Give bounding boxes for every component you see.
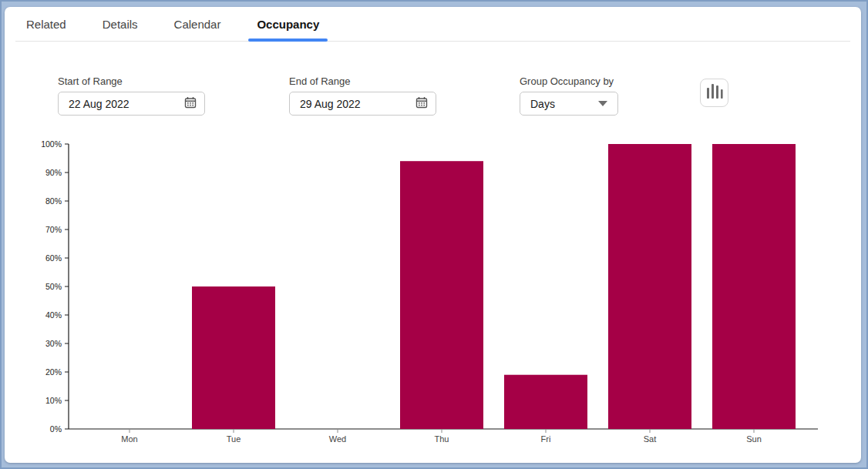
y-tick-label: 90% (45, 168, 62, 177)
y-tick-label: 70% (45, 225, 62, 234)
y-tick-label: 60% (45, 253, 62, 263)
occupancy-bar-thu[interactable] (400, 161, 483, 429)
x-tick-label: Sun (746, 434, 762, 444)
occupancy-page: { "tabs": [ { "label": "Related", "activ… (0, 0, 868, 469)
occupancy-panel: Related Details Calendar Occupancy Start… (5, 7, 861, 463)
y-tick-label: 100% (41, 139, 62, 149)
occupancy-bar-tue[interactable] (192, 286, 275, 429)
occupancy-chart: 0%10%20%30%40%50%60%70%80%90%100%MonTueW… (5, 7, 861, 463)
x-tick-label: Mon (121, 434, 137, 444)
y-tick-label: 10% (45, 396, 62, 405)
occupancy-bar-sat[interactable] (608, 144, 691, 429)
y-tick-label: 80% (45, 196, 62, 206)
x-tick-label: Wed (329, 434, 346, 444)
occupancy-bar-sun[interactable] (712, 144, 796, 429)
y-tick-label: 40% (45, 310, 62, 320)
y-tick-label: 50% (45, 282, 62, 291)
x-tick-label: Tue (227, 434, 241, 444)
occupancy-bar-fri[interactable] (504, 375, 587, 429)
x-tick-label: Fri (541, 434, 551, 444)
y-tick-label: 0% (50, 424, 62, 434)
y-tick-label: 30% (45, 339, 62, 348)
y-tick-label: 20% (45, 367, 62, 377)
x-tick-label: Sat (644, 434, 657, 444)
x-tick-label: Thu (435, 434, 449, 444)
